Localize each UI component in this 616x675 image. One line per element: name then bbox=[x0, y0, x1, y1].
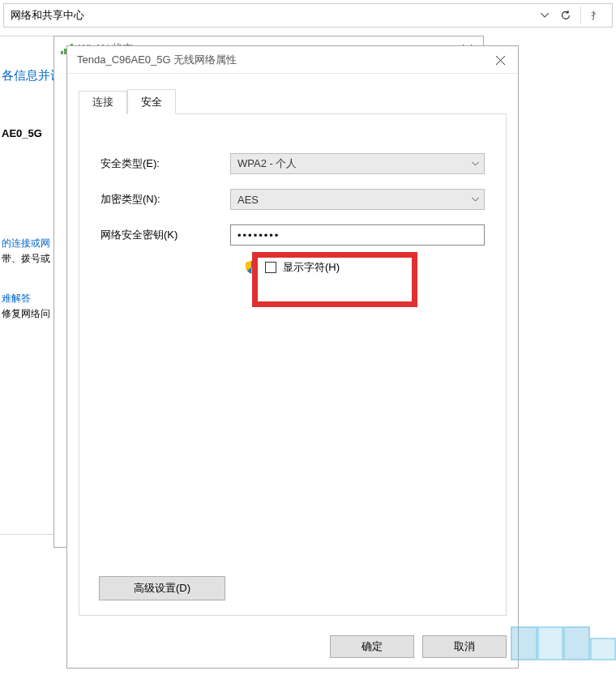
uac-shield-icon bbox=[244, 260, 259, 275]
encryption-type-value: AES bbox=[237, 194, 259, 206]
cancel-button[interactable]: 取消 bbox=[422, 635, 507, 658]
wireless-properties-dialog: Tenda_C96AE0_5G 无线网络属性 连接 安全 安全类型(E): WP… bbox=[66, 45, 519, 669]
search-partial-icon[interactable]: 扌 bbox=[586, 6, 605, 25]
chevron-down-icon bbox=[472, 198, 479, 202]
dropdown-icon[interactable] bbox=[535, 6, 554, 25]
network-key-row: 网络安全密钥(K) •••••••• bbox=[101, 224, 485, 246]
dialog-title: Tenda_C96AE0_5G 无线网络属性 bbox=[77, 53, 237, 67]
dialog-body: 连接 安全 安全类型(E): WPA2 - 个人 加密类型(N): bbox=[67, 74, 518, 626]
security-type-row: 安全类型(E): WPA2 - 个人 bbox=[101, 153, 485, 174]
refresh-icon[interactable] bbox=[556, 6, 575, 25]
tab-strip: 连接 安全 bbox=[79, 88, 507, 114]
encryption-type-label: 加密类型(N): bbox=[101, 192, 230, 207]
network-key-value: •••••••• bbox=[237, 229, 280, 241]
address-bar-text: 网络和共享中心 bbox=[11, 8, 535, 23]
watermark-artifact bbox=[511, 626, 616, 660]
security-type-label: 安全类型(E): bbox=[101, 156, 230, 171]
separator bbox=[580, 6, 581, 24]
network-key-input[interactable]: •••••••• bbox=[230, 224, 485, 246]
security-type-value: WPA2 - 个人 bbox=[237, 156, 297, 171]
dialog-close-button[interactable] bbox=[482, 46, 518, 74]
encryption-type-row: 加密类型(N): AES bbox=[101, 189, 485, 210]
dialog-titlebar: Tenda_C96AE0_5G 无线网络属性 bbox=[67, 46, 518, 74]
show-chars-checkbox[interactable] bbox=[265, 262, 276, 273]
dialog-footer: 确定 取消 bbox=[67, 626, 518, 668]
address-bar-controls: 扌 bbox=[535, 6, 605, 25]
tab-content: 安全类型(E): WPA2 - 个人 加密类型(N): AES bbox=[79, 114, 507, 616]
ok-button[interactable]: 确定 bbox=[330, 635, 414, 658]
chevron-down-icon bbox=[472, 162, 479, 166]
encryption-type-combo[interactable]: AES bbox=[230, 189, 485, 210]
tab-security[interactable]: 安全 bbox=[127, 89, 176, 114]
show-chars-label: 显示字符(H) bbox=[283, 260, 340, 275]
advanced-settings-button[interactable]: 高级设置(D) bbox=[99, 576, 225, 600]
show-chars-row: 显示字符(H) bbox=[244, 260, 485, 275]
security-type-combo[interactable]: WPA2 - 个人 bbox=[230, 153, 485, 174]
tab-connection[interactable]: 连接 bbox=[79, 91, 127, 114]
network-key-label: 网络安全密钥(K) bbox=[101, 228, 230, 242]
address-bar: 网络和共享中心 扌 bbox=[3, 3, 613, 28]
